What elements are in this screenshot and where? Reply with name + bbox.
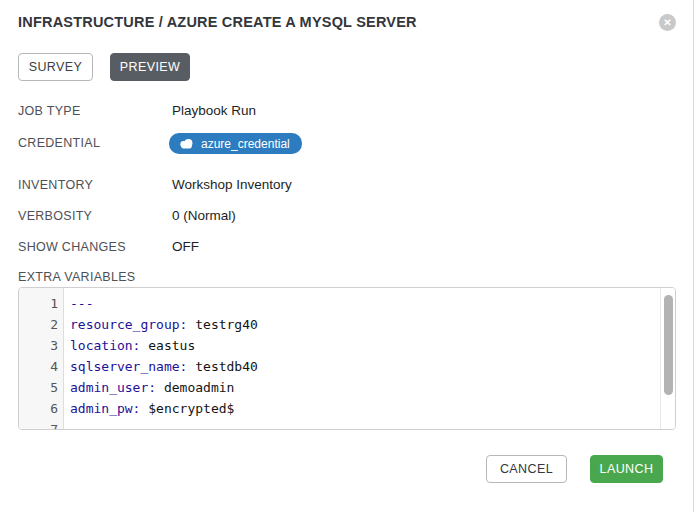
yaml-key: sqlserver_name: <box>70 359 187 374</box>
detail-row-show-changes: SHOW CHANGES OFF <box>0 240 690 262</box>
yaml-value: eastus <box>140 338 195 353</box>
detail-row-job-type: JOB TYPE Playbook Run <box>0 104 690 126</box>
job-type-label: JOB TYPE <box>18 104 81 118</box>
close-icon[interactable]: ✕ <box>659 14 676 31</box>
line-number: 2 <box>19 314 65 335</box>
verbosity-value: 0 (Normal) <box>172 208 236 223</box>
yaml-key: --- <box>70 296 93 311</box>
modal-title: INFRASTRUCTURE / AZURE CREATE A MYSQL SE… <box>18 14 417 30</box>
code-line: 1 --- <box>19 293 660 314</box>
extra-variables-editor[interactable]: 1 --- 2 resource_group: testrg40 3 locat… <box>18 287 676 430</box>
code-line: 2 resource_group: testrg40 <box>19 314 660 335</box>
show-changes-value: OFF <box>172 239 199 254</box>
code-line: 6 admin_pw: $encrypted$ <box>19 398 660 419</box>
editor-scrollbar-thumb[interactable] <box>664 295 673 395</box>
code-line: 4 sqlserver_name: testdb40 <box>19 356 660 377</box>
show-changes-label: SHOW CHANGES <box>18 240 126 254</box>
code-line: 5 admin_user: demoadmin <box>19 377 660 398</box>
tab-survey[interactable]: SURVEY <box>18 53 93 81</box>
yaml-value: testdb40 <box>187 359 257 374</box>
detail-row-credential: CREDENTIAL azure_credential <box>0 136 690 158</box>
line-number: 6 <box>19 398 65 419</box>
extra-variables-label: EXTRA VARIABLES <box>18 270 136 284</box>
code-line: 7 <box>19 419 660 430</box>
inventory-label: INVENTORY <box>18 178 93 192</box>
detail-row-verbosity: VERBOSITY 0 (Normal) <box>0 209 690 231</box>
line-number: 7 <box>19 419 65 430</box>
line-number: 5 <box>19 377 65 398</box>
editor-scrollbar-track <box>660 288 675 429</box>
line-number: 4 <box>19 356 65 377</box>
editor-lines: 1 --- 2 resource_group: testrg40 3 locat… <box>19 288 660 430</box>
line-number: 1 <box>19 293 65 314</box>
line-number: 3 <box>19 335 65 356</box>
code-line: 3 location: eastus <box>19 335 660 356</box>
cloud-icon <box>179 138 194 149</box>
inventory-value: Workshop Inventory <box>172 177 292 192</box>
verbosity-label: VERBOSITY <box>18 209 92 223</box>
yaml-value: demoadmin <box>156 380 234 395</box>
yaml-value: testrg40 <box>187 317 257 332</box>
yaml-key: admin_pw: <box>70 401 140 416</box>
yaml-value: $encrypted$ <box>140 401 234 416</box>
window-right-border <box>693 0 694 512</box>
cancel-button[interactable]: CANCEL <box>486 455 567 483</box>
credential-name: azure_credential <box>201 137 290 151</box>
tab-preview[interactable]: PREVIEW <box>110 53 190 81</box>
launch-button[interactable]: LAUNCH <box>590 455 663 483</box>
credential-label: CREDENTIAL <box>18 136 100 150</box>
yaml-key: resource_group: <box>70 317 187 332</box>
credential-badge[interactable]: azure_credential <box>169 133 302 154</box>
job-type-value: Playbook Run <box>172 103 256 118</box>
launch-preview-modal: INFRASTRUCTURE / AZURE CREATE A MYSQL SE… <box>0 0 698 512</box>
yaml-key: location: <box>70 338 140 353</box>
yaml-key: admin_user: <box>70 380 156 395</box>
detail-row-inventory: INVENTORY Workshop Inventory <box>0 178 690 200</box>
